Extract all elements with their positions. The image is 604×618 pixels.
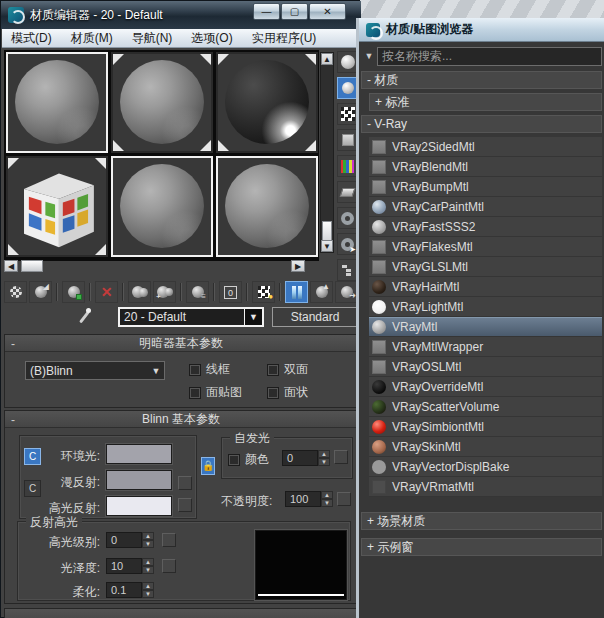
face-map-checkbox[interactable]: 面贴图 xyxy=(189,384,242,401)
material-item-row[interactable]: VRayGLSLMtl xyxy=(369,257,602,277)
reset-map-mtl-icon[interactable]: ✕ xyxy=(95,281,118,303)
specular-color-swatch[interactable] xyxy=(106,496,172,516)
make-preview-icon[interactable] xyxy=(337,181,358,203)
group-materials[interactable]: - 材质 xyxy=(361,71,602,89)
spinner-up-icon[interactable]: ▲ xyxy=(142,582,154,590)
material-item-row[interactable]: VRayVRmatMtl xyxy=(369,477,602,497)
scroll-left-icon[interactable]: ◀ xyxy=(4,260,18,272)
material-item-row[interactable]: VRayLightMtl xyxy=(369,297,602,317)
faceted-checkbox[interactable]: 面状 xyxy=(267,384,308,401)
spinner-down-icon[interactable]: ▼ xyxy=(142,540,154,548)
assign-material-to-selection-icon[interactable] xyxy=(62,281,85,303)
soften-spinner[interactable]: 0.1 ▲▼ xyxy=(106,582,154,598)
expander-icon[interactable]: + xyxy=(375,95,382,109)
options-icon[interactable] xyxy=(337,207,358,229)
material-item-row[interactable]: VRayVectorDisplBake xyxy=(369,457,602,477)
collapse-icon[interactable]: - xyxy=(11,412,15,428)
spinner-value[interactable]: 0 xyxy=(106,532,142,548)
material-item-row[interactable]: VRayBumpMtl xyxy=(369,177,602,197)
material-item-row[interactable]: VRayFastSSS2 xyxy=(369,217,602,237)
spinner-value[interactable]: 100 xyxy=(285,491,321,507)
material-item-row[interactable]: VRay2SidedMtl xyxy=(369,137,602,157)
combo-dropdown-arrow-icon[interactable]: ▼ xyxy=(148,366,164,376)
material-item-row[interactable]: VRayScatterVolume xyxy=(369,397,602,417)
diffuse-specular-lock-icon[interactable]: C xyxy=(24,480,41,497)
get-material-icon[interactable] xyxy=(4,281,27,303)
sample-horizontal-scrollbar[interactable]: ◀ ▶ xyxy=(4,259,319,273)
sample-slot-4[interactable] xyxy=(6,156,108,257)
checkbox-box[interactable] xyxy=(228,454,240,466)
search-options-arrow-icon[interactable]: ▼ xyxy=(361,51,377,61)
collapse-icon[interactable]: - xyxy=(11,336,15,352)
scroll-right-icon[interactable]: ▶ xyxy=(291,260,305,272)
material-name-combo[interactable]: 20 - Default ▼ xyxy=(118,307,264,327)
horizontal-scroll-thumb[interactable] xyxy=(21,260,43,272)
rollout-header[interactable] xyxy=(5,609,357,618)
select-by-material-icon[interactable]: ➤ xyxy=(337,233,358,255)
spinner-down-icon[interactable]: ▼ xyxy=(321,499,333,507)
spinner-value[interactable]: 10 xyxy=(106,558,142,574)
spinner-down-icon[interactable]: ▼ xyxy=(142,566,154,574)
show-end-result-icon[interactable] xyxy=(285,281,308,303)
menu-utilities[interactable]: 实用程序(U) xyxy=(252,30,317,47)
specular-level-spinner[interactable]: 0 ▲▼ xyxy=(106,532,154,548)
sample-slot-5[interactable] xyxy=(111,156,213,257)
checkbox-box[interactable] xyxy=(189,387,201,399)
sample-slot-3[interactable] xyxy=(216,52,318,153)
menu-material[interactable]: 材质(M) xyxy=(71,30,113,47)
material-item-row[interactable]: VRaySimbiontMtl xyxy=(369,417,602,437)
material-item-row[interactable]: VRayMtlWrapper xyxy=(369,337,602,357)
menu-navigation[interactable]: 导航(N) xyxy=(132,30,173,47)
checkbox-box[interactable] xyxy=(189,364,201,376)
sample-uv-tiling-icon[interactable] xyxy=(337,129,358,151)
minimize-button[interactable]: — xyxy=(253,3,280,20)
spinner-up-icon[interactable]: ▲ xyxy=(142,532,154,540)
browser-titlebar[interactable]: 材质/贴图浏览器 xyxy=(359,18,604,42)
material-item-row-selected[interactable]: VRayMtl xyxy=(369,317,602,337)
group-sample-windows[interactable]: + 示例窗 xyxy=(361,538,602,556)
spinner-up-icon[interactable]: ▲ xyxy=(142,558,154,566)
group-scene-materials[interactable]: + 场景材质 xyxy=(361,512,602,530)
sample-slot-2[interactable] xyxy=(111,52,213,153)
opacity-map-button[interactable] xyxy=(337,492,351,506)
rollout-header[interactable]: - Blinn 基本参数 xyxy=(5,411,357,428)
menu-mode[interactable]: 模式(D) xyxy=(11,30,52,47)
sample-slot-6[interactable] xyxy=(216,156,318,257)
material-item-row[interactable]: VRayCarPaintMtl xyxy=(369,197,602,217)
diffuse-map-button[interactable] xyxy=(178,476,192,490)
material-item-row[interactable]: VRayOverrideMtl xyxy=(369,377,602,397)
self-illum-map-button[interactable] xyxy=(334,450,348,464)
material-type-button[interactable]: Standard xyxy=(272,307,358,327)
shader-type-combo[interactable]: (B)Blinn ▼ xyxy=(25,361,165,380)
group-vray[interactable]: - V-Ray xyxy=(361,115,602,133)
combo-dropdown-arrow-icon[interactable]: ▼ xyxy=(244,309,262,325)
two-sided-checkbox[interactable]: 双面 xyxy=(267,361,308,378)
material-id-channel-icon[interactable]: 0 xyxy=(219,281,242,303)
material-map-navigator-icon[interactable] xyxy=(337,259,358,281)
spinner-down-icon[interactable]: ▼ xyxy=(318,458,330,466)
scroll-up-icon[interactable]: ▲ xyxy=(321,53,333,65)
sample-slot-1[interactable] xyxy=(6,52,108,153)
next-rollout-partial[interactable] xyxy=(4,608,358,618)
self-illum-spinner[interactable]: 0 ▲▼ xyxy=(282,450,330,466)
ambient-color-swatch[interactable] xyxy=(106,444,172,464)
glossiness-spinner[interactable]: 10 ▲▼ xyxy=(106,558,154,574)
diffuse-color-swatch[interactable] xyxy=(106,470,172,490)
material-item-row[interactable]: VRayOSLMtl xyxy=(369,357,602,377)
checkbox-box[interactable] xyxy=(267,364,279,376)
material-item-row[interactable]: VRayFlakesMtl xyxy=(369,237,602,257)
video-color-check-icon[interactable] xyxy=(337,155,358,177)
close-button[interactable]: ✕ xyxy=(309,3,346,20)
make-unique-icon[interactable]: + xyxy=(153,281,176,303)
spinner-value[interactable]: 0 xyxy=(282,450,318,466)
checkbox-box[interactable] xyxy=(267,387,279,399)
scroll-down-icon[interactable]: ▼ xyxy=(321,240,333,252)
wireframe-checkbox[interactable]: 线框 xyxy=(189,361,230,378)
go-forward-to-sibling-icon[interactable]: ➜ xyxy=(335,281,358,303)
show-shaded-material-in-viewport-icon[interactable]: ● xyxy=(252,281,275,303)
expander-icon[interactable]: - xyxy=(367,73,371,87)
go-to-parent-icon[interactable]: ▲ xyxy=(310,281,333,303)
maximize-button[interactable]: ▢ xyxy=(281,3,308,20)
material-item-row[interactable]: VRaySkinMtl xyxy=(369,437,602,457)
sample-vertical-scrollbar[interactable]: ▲ ▼ xyxy=(320,52,334,253)
